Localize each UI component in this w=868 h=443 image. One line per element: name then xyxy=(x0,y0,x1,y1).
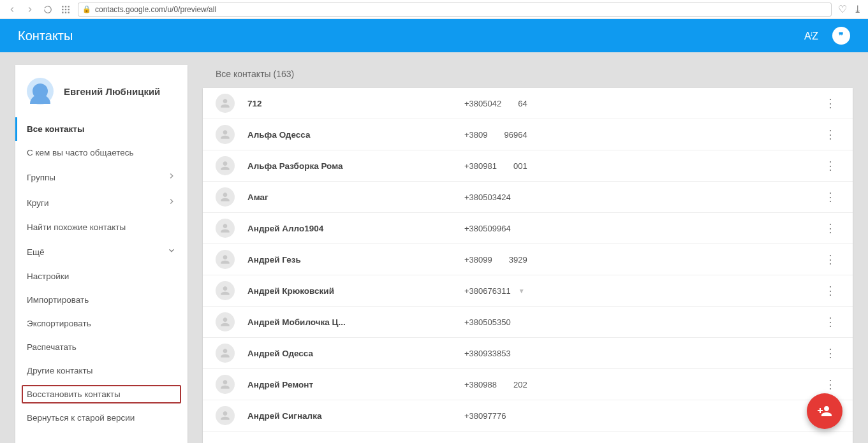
more-button[interactable]: ⋮ xyxy=(821,156,840,175)
contact-row[interactable]: Андрей Алло1904+380509964⋮ xyxy=(203,213,853,244)
contact-row[interactable]: Андрей Сигналка+38097776⋮ xyxy=(203,400,853,432)
contact-phone: +380988 202 xyxy=(464,380,821,389)
sidebar-item-0[interactable]: Все контакты xyxy=(15,117,188,141)
sidebar-item-7[interactable]: Импортировать xyxy=(15,288,188,312)
sidebar-item-label: Импортировать xyxy=(27,295,89,305)
svg-rect-5 xyxy=(68,8,70,10)
contact-name: Альфа Одесса xyxy=(247,130,464,140)
sidebar-item-5[interactable]: Ещё xyxy=(15,239,188,265)
profile-block[interactable]: Евгений Любницкий xyxy=(15,65,188,117)
profile-name: Евгений Любницкий xyxy=(64,86,160,97)
sidebar-item-1[interactable]: С кем вы часто общаетесь xyxy=(15,141,188,164)
sidebar-item-label: С кем вы часто общаетесь xyxy=(27,148,134,157)
more-button[interactable]: ⋮ xyxy=(821,375,840,394)
contact-avatar xyxy=(216,375,235,394)
more-button[interactable]: ⋮ xyxy=(821,281,840,300)
chevron-right-icon xyxy=(167,197,176,208)
url-text: contacts.google.com/u/0/preview/all xyxy=(95,5,216,14)
contact-name: Андрей Алло1904 xyxy=(247,224,464,233)
more-button[interactable]: ⋮ xyxy=(821,344,840,363)
app-header: Контакты A↓Z ❞ xyxy=(0,19,868,52)
contact-row[interactable]: Андрей Гезь+38099 3929⋮ xyxy=(203,244,853,275)
contact-avatar xyxy=(216,312,235,331)
contact-phone: +38097776 xyxy=(464,411,821,421)
contact-avatar xyxy=(216,250,235,269)
sort-az-button[interactable]: A↓Z xyxy=(804,29,817,42)
more-button[interactable]: ⋮ xyxy=(821,94,840,113)
more-button[interactable]: ⋮ xyxy=(821,187,840,207)
contact-name: Андрей Сигналка xyxy=(247,411,464,421)
sidebar-item-10[interactable]: Другие контакты xyxy=(15,359,188,382)
more-button[interactable]: ⋮ xyxy=(821,312,840,331)
favorite-icon[interactable]: ♡ xyxy=(838,3,847,15)
sidebar-item-label: Все контакты xyxy=(27,124,85,134)
svg-rect-4 xyxy=(65,8,66,10)
contact-row[interactable]: Андрей Одесса+380933853⋮ xyxy=(203,338,853,369)
sidebar-item-11[interactable]: Восстановить контакты xyxy=(20,384,182,405)
address-bar[interactable]: 🔒 contacts.google.com/u/0/preview/all xyxy=(78,3,832,17)
contact-name: Андрей Одесса xyxy=(247,349,464,358)
sidebar-item-label: Группы xyxy=(27,173,55,182)
lock-icon: 🔒 xyxy=(82,5,91,13)
contact-avatar xyxy=(216,406,235,425)
contact-name: Альфа Разборка Рома xyxy=(247,161,464,171)
sidebar-item-label: Экспортировать xyxy=(27,319,91,328)
svg-rect-3 xyxy=(62,8,63,10)
contact-avatar xyxy=(216,344,235,363)
list-title: Все контакты (163) xyxy=(203,65,853,88)
contact-row[interactable]: Альфа Разборка Рома+380981 001⋮ xyxy=(203,150,853,182)
contact-row[interactable]: Андрей Мобилочка Ц...+380505350⋮ xyxy=(203,307,853,338)
sidebar-item-label: Найти похожие контакты xyxy=(27,222,126,232)
back-button[interactable] xyxy=(6,4,18,15)
contact-phone: +380509964 xyxy=(464,224,821,233)
contact-avatar xyxy=(216,125,235,144)
reload-button[interactable] xyxy=(42,4,54,15)
more-button[interactable]: ⋮ xyxy=(821,250,840,269)
contact-phone: +3809 96964 xyxy=(464,130,821,140)
contact-name: Андрей Мобилочка Ц... xyxy=(247,317,464,327)
contact-avatar xyxy=(216,187,235,207)
apps-button[interactable] xyxy=(60,4,71,15)
contact-name: Амаг xyxy=(247,192,464,202)
contact-row[interactable]: 712+3805042 64⋮ xyxy=(203,88,853,119)
contact-row[interactable]: Альфа Одесса+3809 96964⋮ xyxy=(203,119,853,150)
sidebar-item-9[interactable]: Распечатать xyxy=(15,335,188,359)
contact-name: Андрей Крюковский xyxy=(247,286,464,296)
body: Евгений Любницкий Все контактыС кем вы ч… xyxy=(0,52,868,443)
sidebar-item-label: Вернуться к старой версии xyxy=(27,413,135,423)
contact-name: Андрей Гезь xyxy=(247,255,464,265)
more-button[interactable]: ⋮ xyxy=(821,219,840,238)
svg-rect-1 xyxy=(65,6,66,7)
add-contact-fab[interactable] xyxy=(807,393,842,429)
download-icon[interactable]: ⤓ xyxy=(853,3,862,15)
sidebar-item-4[interactable]: Найти похожие контакты xyxy=(15,215,188,239)
contact-row[interactable]: Амаг+380503424⋮ xyxy=(203,182,853,213)
sidebar-item-label: Распечатать xyxy=(27,342,77,352)
contact-list: 712+3805042 64⋮Альфа Одесса+3809 96964⋮А… xyxy=(203,88,853,443)
sidebar-item-12[interactable]: Вернуться к старой версии xyxy=(15,406,188,430)
hangouts-icon[interactable]: ❞ xyxy=(832,27,850,45)
contact-avatar xyxy=(216,219,235,238)
sidebar-item-label: Восстановить контакты xyxy=(27,389,121,399)
contact-name: Андрей Ремонт xyxy=(247,380,464,389)
contact-row[interactable]: Андрей Крюковский+380676311▼⋮ xyxy=(203,275,853,307)
more-button[interactable]: ⋮ xyxy=(821,125,840,144)
dropdown-icon[interactable]: ▼ xyxy=(519,287,525,294)
sidebar-item-label: Другие контакты xyxy=(27,366,92,375)
browser-bar: 🔒 contacts.google.com/u/0/preview/all ♡ … xyxy=(0,0,868,19)
contact-avatar xyxy=(216,94,235,113)
forward-button[interactable] xyxy=(24,4,36,15)
sidebar-item-6[interactable]: Настройки xyxy=(15,265,188,288)
contact-phone: +3805042 64 xyxy=(464,99,821,108)
svg-rect-2 xyxy=(68,6,70,7)
sidebar-item-label: Настройки xyxy=(27,272,69,281)
contact-row[interactable]: Андрей Ремонт+380988 202⋮ xyxy=(203,369,853,400)
sidebar-item-3[interactable]: Круги xyxy=(15,190,188,215)
contact-phone: +380505350 xyxy=(464,317,821,327)
sidebar-item-8[interactable]: Экспортировать xyxy=(15,312,188,335)
main-column: Все контакты (163) 712+3805042 64⋮Альфа … xyxy=(203,65,853,443)
sidebar: Евгений Любницкий Все контактыС кем вы ч… xyxy=(15,65,188,443)
chevron-right-icon xyxy=(167,171,176,183)
svg-rect-8 xyxy=(68,11,70,13)
sidebar-item-2[interactable]: Группы xyxy=(15,164,188,190)
